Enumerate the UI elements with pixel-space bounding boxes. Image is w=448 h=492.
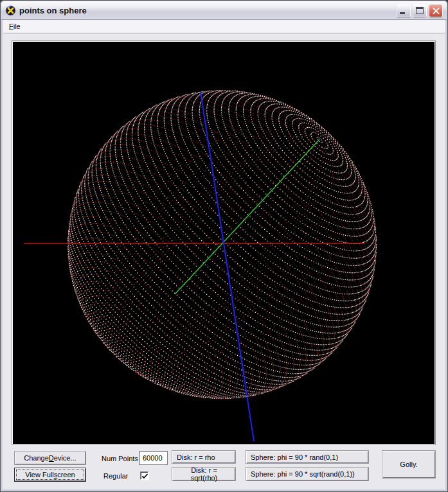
minimize-icon <box>400 12 405 14</box>
sphere-sqrt-button[interactable]: Sphere: phi = 90 * sqrt(rand(0,1)) <box>246 467 369 481</box>
maximize-icon <box>416 7 424 14</box>
window-title: points on sphere <box>19 6 397 15</box>
golly-button[interactable]: Golly. <box>382 450 436 479</box>
viewport-frame <box>12 41 435 444</box>
app-icon[interactable] <box>5 5 16 16</box>
num-points-label: Num Points <box>102 455 138 462</box>
menubar: File <box>3 20 445 33</box>
regular-checkbox[interactable] <box>140 471 148 480</box>
change-device-button[interactable]: Change Device... <box>14 451 86 465</box>
disk-rho-button[interactable]: Disk: r = rho <box>172 450 236 464</box>
sphere-rand-button[interactable]: Sphere: phi = 90 * rand(0,1) <box>246 450 369 464</box>
maximize-button[interactable] <box>413 4 427 17</box>
app-window: points on sphere File Change Device... V… <box>0 0 448 492</box>
close-button[interactable] <box>429 4 443 17</box>
scene-canvas[interactable] <box>13 42 433 443</box>
view-fullscreen-button[interactable]: View Fullscreen <box>14 468 86 482</box>
num-points-input[interactable] <box>139 451 168 465</box>
regular-label: Regular <box>103 472 129 480</box>
window-controls <box>397 4 443 17</box>
checkmark-icon <box>141 473 148 480</box>
titlebar: points on sphere <box>1 1 447 20</box>
menu-file[interactable]: File <box>3 21 26 32</box>
disk-sqrt-button[interactable]: Disk: r = sqrt(rho) <box>172 467 236 481</box>
minimize-button[interactable] <box>397 4 411 17</box>
